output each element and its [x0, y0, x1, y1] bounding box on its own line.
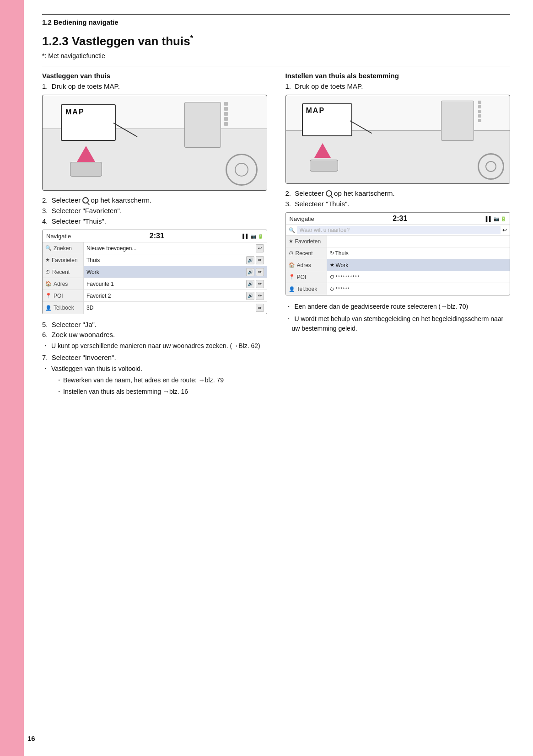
nav-action-edit2[interactable]: ✏ — [256, 268, 264, 276]
right-steps-1: 1. Druk op de toets MAP. — [285, 82, 511, 90]
nav-icons-right: ▌▌ 📷 🔋 — [486, 216, 506, 221]
nav-action-audio3[interactable]: 🔊 — [246, 280, 254, 288]
step-r1: 1. Druk op de toets MAP. — [285, 82, 511, 90]
step-3-left: 3. Selecteer "Favorieten". — [42, 207, 267, 214]
search-icon-step2-left — [82, 197, 89, 204]
right-bullet-2: U wordt met behulp van stembegeleiding e… — [285, 314, 511, 333]
nav-rvalue-stars2: ⏱ ****** — [327, 283, 510, 295]
nav-table-right: Navigatie 2:31 ▌▌ 📷 🔋 🔍 Waar wilt u naar… — [285, 212, 511, 295]
nav-body-right: ★ Favorieten ⏱ Recent 🏠 Adres 📍 POI 👤 — [286, 236, 510, 295]
nav-action-edit5[interactable]: ✏ — [256, 304, 264, 312]
right-subheading: Instellen van thuis als bestemming — [285, 72, 511, 80]
section-header: 1.2 Bediening navigatie — [42, 14, 510, 26]
left-sidebar — [0, 0, 24, 756]
map-box-right: MAP — [302, 103, 352, 136]
nav-action-audio1[interactable]: 🔊 — [246, 256, 254, 264]
search-back-btn[interactable]: ↩ — [502, 227, 507, 233]
nav-label-favorieten: ★ Favorieten — [43, 254, 83, 266]
nav-value-fav1: Favourite 1 🔊 ✏ — [84, 278, 267, 290]
nav-value-thuis: Thuis 🔊 ✏ — [84, 254, 267, 266]
nav-value-3d: 3D ✏ — [84, 302, 267, 314]
two-column-layout: Vastleggen van thuis 1. Druk op de toets… — [42, 72, 510, 399]
sub-bullet-2: Instellen van thuis als bestemming →blz.… — [56, 387, 267, 397]
step-3-right: 3. Selecteer "Thuis". — [285, 200, 511, 208]
nav-value-work: Work 🔊 ✏ — [84, 266, 267, 278]
nav-action-back[interactable]: ↩ — [256, 244, 264, 252]
nav-action-edit4[interactable]: ✏ — [256, 292, 264, 300]
nav-time-left: 2:31 — [150, 232, 164, 240]
nav-rvalue-stars1: ⏱ ********** — [327, 271, 510, 283]
nav-label-zoeken: 🔍 Zoeken — [43, 242, 83, 254]
nav-label-recent: ⏱ Recent — [43, 266, 83, 278]
nav-rvalue-work: ★ Work — [327, 259, 510, 271]
sub-bullet-list: Bewerken van de naam, het adres en de ro… — [56, 375, 267, 397]
nav-rlabel-poi: 📍 POI — [286, 271, 327, 283]
section-title: 1.2 Bediening navigatie — [42, 18, 510, 26]
pink-arrow-right — [314, 143, 331, 158]
map-button-right[interactable] — [310, 160, 338, 172]
nav-action-edit1[interactable]: ✏ — [256, 256, 264, 264]
nav-table-header-left: Navigatie 2:31 ▌▌ 📷 🔋 — [43, 230, 267, 242]
search-icon-step2-right — [326, 190, 332, 197]
steering-wheel-right — [478, 153, 504, 180]
screen-btn-5 — [224, 122, 228, 126]
nav-rlabel-recent: ⏱ Recent — [286, 247, 327, 259]
right-bullet-list: Een andere dan de geadviseerde route sel… — [285, 302, 511, 333]
sbtn-r4 — [478, 114, 481, 118]
search-bar-input[interactable]: Waar wilt u naartoe? — [297, 226, 501, 234]
nav-col-labels-right: ★ Favorieten ⏱ Recent 🏠 Adres 📍 POI 👤 — [286, 236, 327, 295]
step-2-left: 2. Selecteer op het kaartscherm. — [42, 196, 267, 204]
nav-title-left: Navigatie — [46, 233, 71, 240]
screen-buttons-right — [478, 101, 481, 122]
asterisk-note: *: Met navigatiefunctie — [42, 52, 510, 59]
nav-value-fav2: Favoriet 2 🔊 ✏ — [84, 290, 267, 302]
nav-action-edit3[interactable]: ✏ — [256, 280, 264, 288]
left-steps-1: 1. Druk op de toets MAP. — [42, 82, 267, 90]
sbtn-r5 — [478, 119, 481, 122]
arrow-shape-right — [314, 143, 331, 158]
chapter-title: 1.2.3 Vastleggen van thuis* — [42, 34, 510, 48]
nav-rvalue-empty — [327, 236, 510, 247]
nav-value-zoeken: Nieuwe toevoegen... ↩ — [84, 242, 267, 254]
nav-col-labels: 🔍 Zoeken ★ Favorieten ⏱ Recent 🏠 Adres — [43, 242, 84, 314]
search-placeholder: Waar wilt u naartoe? — [300, 227, 350, 233]
page-number: 16 — [27, 735, 35, 742]
step-6: 6. Zoek uw woonadres. — [42, 331, 267, 338]
nav-action-audio2[interactable]: 🔊 — [246, 268, 254, 276]
nav-action-audio4[interactable]: 🔊 — [246, 292, 254, 300]
map-label-left: MAP — [65, 108, 85, 116]
nav-label-telboek: 👤 Tel.boek — [43, 302, 83, 314]
right-column: Instellen van thuis als bestemming 1. Dr… — [285, 72, 511, 399]
map-button-left[interactable] — [70, 162, 102, 177]
nav-rlabel-favorieten: ★ Favorieten — [286, 236, 327, 247]
sbtn-r3 — [478, 110, 481, 113]
search-bar-row: 🔍 Waar wilt u naartoe? ↩ — [286, 225, 510, 236]
bullet-2: Vastleggen van thuis is voltooid. Bewerk… — [42, 364, 267, 397]
step-1: 1. Druk op de toets MAP. — [42, 82, 267, 90]
screen-panel-left — [184, 102, 221, 148]
nav-icons-left: ▌▌ 📷 🔋 — [242, 234, 263, 239]
screen-btn-2 — [224, 107, 228, 111]
nav-rvalue-thuis: ↻ Thuis — [327, 247, 510, 259]
screen-btn-1 — [224, 102, 228, 106]
nav-label-poi: 📍 POI — [43, 290, 83, 302]
step-5: 5. Selecteer "Ja". — [42, 321, 267, 328]
sbtn-r1 — [478, 101, 481, 104]
nav-rlabel-telboek: 👤 Tel.boek — [286, 283, 327, 295]
right-bullet-1: Een andere dan de geadviseerde route sel… — [285, 302, 511, 311]
map-diagram-right: MAP — [285, 95, 511, 184]
left-column: Vastleggen van thuis 1. Druk op de toets… — [42, 72, 267, 399]
left-subheading: Vastleggen van thuis — [42, 72, 267, 80]
step-7: 7. Selecteer "Invoeren". — [42, 354, 267, 361]
search-icon-row: 🔍 — [289, 227, 295, 233]
map-label-right: MAP — [306, 107, 325, 115]
map-diagram-left: MAP — [42, 95, 267, 191]
screen-btn-3 — [224, 112, 228, 116]
nav-label-adres: 🏠 Adres — [43, 278, 83, 290]
bullet-1: U kunt op verschillende manieren naar uw… — [42, 341, 267, 351]
nav-rlabel-adres: 🏠 Adres — [286, 259, 327, 271]
screen-btn-4 — [224, 117, 228, 121]
step-2-right: 2. Selecteer op het kaartscherm. — [285, 189, 511, 197]
nav-title-right: Navigatie — [290, 215, 314, 222]
map-inner-left: MAP — [43, 95, 267, 190]
